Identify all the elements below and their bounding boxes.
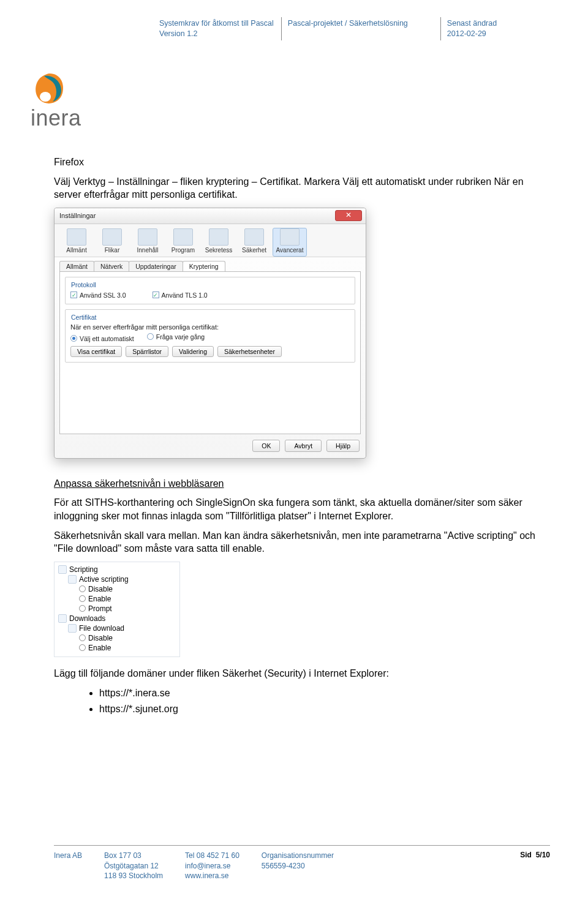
tabs-icon <box>102 228 122 246</box>
toolbar-tab-sekretess[interactable]: Sekretess <box>202 228 236 257</box>
tab-label: Allmänt <box>66 247 86 254</box>
option-enable[interactable]: Enable <box>57 643 177 653</box>
header-col-1: Systemkrav för åtkomst till Pascal Versi… <box>159 17 281 40</box>
dialog-actions: OK Avbryt Hjälp <box>252 440 360 452</box>
radio-icon <box>79 634 86 641</box>
footer-text: Tel 08 452 71 60 <box>185 851 239 860</box>
svg-point-0 <box>40 92 51 102</box>
doc-header: Systemkrav för åtkomst till Pascal Versi… <box>159 17 504 40</box>
tab-label: Avancerat <box>276 247 304 254</box>
page-icon <box>67 228 86 246</box>
page-label: Sid <box>520 851 532 859</box>
ok-button[interactable]: OK <box>252 440 280 452</box>
panel-kryptering: Protokoll ✓Använd SSL 3.0 ✓Använd TLS 1.… <box>59 271 361 434</box>
checkbox-ssl3[interactable]: ✓Använd SSL 3.0 <box>70 292 126 299</box>
tree-node-scripting: Scripting <box>57 565 177 574</box>
option-disable[interactable]: Disable <box>57 584 177 594</box>
check-icon: ✓ <box>70 292 77 298</box>
help-button[interactable]: Hjälp <box>326 440 360 452</box>
list-item: https://*.inera.se <box>99 686 550 700</box>
group-subtitle: När en server efterfrågar mitt personlig… <box>70 323 350 331</box>
toolbar-tab-program[interactable]: Program <box>166 228 200 257</box>
radio-ask-each-time[interactable]: Fråga varje gång <box>147 333 205 340</box>
footer-col-company: Inera AB <box>54 851 82 881</box>
radio-icon <box>79 605 86 612</box>
revocation-lists-button[interactable]: Spärrlistor <box>126 346 168 357</box>
checkbox-tls1[interactable]: ✓Använd TLS 1.0 <box>153 292 208 299</box>
header-col-2: Pascal-projektet / Säkerhetslösning <box>281 17 440 40</box>
header-text: Pascal-projektet / Säkerhetslösning <box>288 18 433 29</box>
tree-label: Active scripting <box>79 575 129 584</box>
group-protokoll: Protokoll ✓Använd SSL 3.0 ✓Använd TLS 1.… <box>65 277 355 304</box>
group-certifikat: Certifikat När en server efterfrågar mit… <box>65 309 355 363</box>
tab-label: Säkerhet <box>242 247 266 254</box>
footer-col-contact: Tel 08 452 71 60 info@inera.se www.inera… <box>185 851 239 881</box>
subtab-kryptering[interactable]: Kryptering <box>183 261 225 271</box>
footer-text: Inera AB <box>54 851 82 860</box>
validation-button[interactable]: Validering <box>172 346 214 357</box>
tree-node-file-download: File download <box>57 623 177 633</box>
toolbar-tab-sakerhet[interactable]: Säkerhet <box>237 228 271 257</box>
radio-icon <box>147 333 154 340</box>
cert-button-row: Visa certifikat Spärrlistor Validering S… <box>70 346 350 357</box>
programs-icon <box>173 228 193 246</box>
option-enable[interactable]: Enable <box>57 594 177 604</box>
page-number: Sid 5/10 <box>520 851 550 881</box>
toolbar-tab-innehall[interactable]: Innehåll <box>130 228 165 257</box>
view-certificates-button[interactable]: Visa certifikat <box>70 346 122 357</box>
subtab-allmant[interactable]: Allmänt <box>59 261 94 271</box>
logo-mark-icon <box>31 70 69 108</box>
dialog-title: Inställningar <box>59 212 96 219</box>
radio-auto-select[interactable]: Välj ett automatiskt <box>70 335 134 342</box>
paragraph: Lägg till följande domäner under fliken … <box>54 667 550 680</box>
header-text: Systemkrav för åtkomst till Pascal <box>159 18 274 29</box>
footer-text: info@inera.se <box>185 861 239 871</box>
toolbar-tab-avancerat[interactable]: Avancerat <box>273 228 307 257</box>
option-disable[interactable]: Disable <box>57 633 177 643</box>
privacy-icon <box>209 228 228 246</box>
tab-label: Program <box>172 247 195 254</box>
subtabs: Allmänt Nätverk Uppdateringar Kryptering <box>55 257 366 271</box>
checkbox-label: Använd SSL 3.0 <box>80 292 126 299</box>
document-content: Firefox Välj Verktyg – Inställningar – f… <box>54 156 550 717</box>
tree-label: Scripting <box>69 565 98 574</box>
category-icon <box>58 565 67 574</box>
option-label: Prompt <box>88 604 112 613</box>
tree-node-active-scripting: Active scripting <box>57 574 177 584</box>
category-icon <box>58 614 67 623</box>
footer-col-orgnr: Organisationsnummer 556559-4230 <box>262 851 334 881</box>
subtab-natverk[interactable]: Nätverk <box>94 261 129 271</box>
toolbar-tab-flikar[interactable]: Flikar <box>95 228 129 257</box>
content-icon <box>138 228 157 246</box>
header-text: 2012-02-29 <box>447 29 497 39</box>
tree-label: Downloads <box>69 614 105 623</box>
radio-icon <box>79 644 86 651</box>
setting-icon <box>68 624 77 633</box>
header-text: Senast ändrad <box>447 18 497 29</box>
security-devices-button[interactable]: Säkerhetsenheter <box>217 346 282 357</box>
close-button[interactable]: ✕ <box>335 210 362 221</box>
header-col-3: Senast ändrad 2012-02-29 <box>440 17 504 40</box>
footer-text: Organisationsnummer <box>262 851 334 860</box>
tab-label: Innehåll <box>137 247 158 254</box>
cancel-button[interactable]: Avbryt <box>285 440 322 452</box>
tab-label: Sekretess <box>205 247 232 254</box>
subtab-uppdateringar[interactable]: Uppdateringar <box>129 261 183 271</box>
setting-icon <box>68 575 77 584</box>
gear-icon <box>280 228 300 246</box>
footer-text: Box 177 03 <box>104 851 163 860</box>
radio-label: Välj ett automatiskt <box>80 335 134 342</box>
option-label: Disable <box>88 634 113 642</box>
ie-security-tree: Scripting Active scripting Disable Enabl… <box>54 562 180 657</box>
inera-logo: inera <box>31 70 81 131</box>
logo-text: inera <box>31 105 81 131</box>
check-icon: ✓ <box>153 292 159 298</box>
tab-label: Flikar <box>105 247 119 254</box>
header-text: Version 1.2 <box>159 29 274 39</box>
checkbox-label: Använd TLS 1.0 <box>162 292 208 299</box>
tree-label: File download <box>79 624 124 633</box>
option-prompt[interactable]: Prompt <box>57 604 177 614</box>
heading-firefox: Firefox <box>54 156 550 169</box>
footer-col-address: Box 177 03 Östgötagatan 12 118 93 Stockh… <box>104 851 163 881</box>
toolbar-tab-allmant[interactable]: Allmänt <box>59 228 94 257</box>
